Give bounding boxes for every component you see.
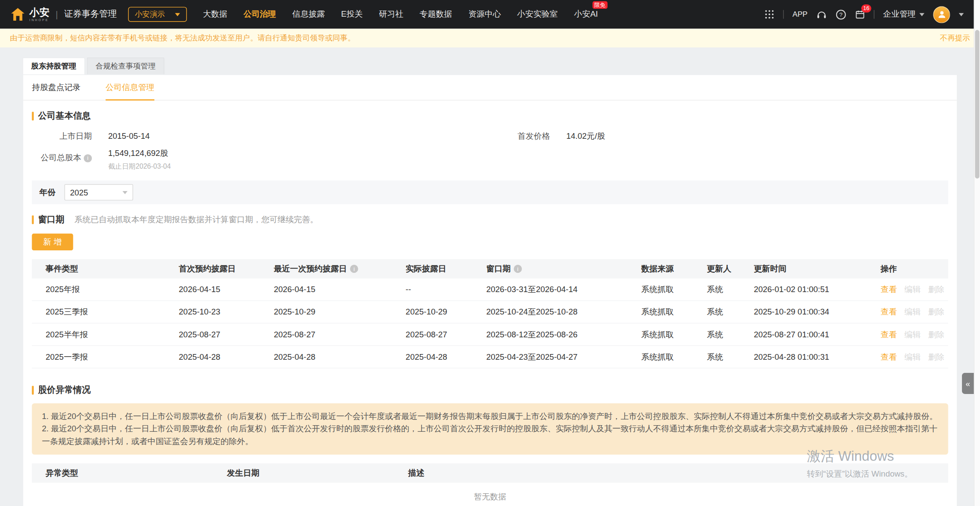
enterprise-management-menu[interactable]: 企业管理 — [883, 9, 925, 20]
column-header: 异常类型 — [46, 467, 227, 479]
env-selector-label: 小安演示 — [135, 9, 165, 20]
row-actions: 查看编辑删除 — [881, 284, 944, 295]
primary-tab[interactable]: 股东持股管理 — [22, 58, 85, 74]
env-selector[interactable]: 小安演示 — [128, 7, 187, 22]
row-action-disabled: 编辑 — [904, 329, 921, 340]
secondary-tab[interactable]: 持股盘点记录 — [32, 75, 81, 100]
row-action-disabled: 编辑 — [904, 351, 921, 363]
secondary-tab-bar: 持股盘点记录公司信息管理 — [23, 75, 957, 101]
table-cell: -- — [406, 285, 486, 294]
table-cell: 2025半年报 — [46, 329, 179, 340]
calendar-icon[interactable]: 16 — [855, 9, 865, 19]
window-period-table: 事件类型首次预约披露日最近一次预约披露日i实际披露日窗口期i数据来源更新人更新时… — [32, 259, 948, 369]
column-header: 数据来源 — [641, 263, 707, 275]
field-label-text: 公司总股本 — [40, 150, 81, 166]
row-action[interactable]: 查看 — [881, 284, 897, 295]
nav-item-label: 专题数据 — [419, 9, 452, 18]
section-price-abnormal: 股价异常情况 1. 最近20个交易日中，任一日上市公司股票收盘价（向后复权）低于… — [23, 369, 957, 506]
section-title-label: 股价异常情况 — [38, 385, 91, 396]
field-ipo-price: 首发价格 14.02元/股 — [490, 128, 948, 144]
regulation-callout: 1. 最近20个交易日中，任一日上市公司股票收盘价（向后复权）低于上市公司最近一… — [32, 403, 948, 455]
table-cell: 2025-10-29 01:00:34 — [754, 307, 881, 316]
window-period-description: 系统已自动抓取本年度定期报告数据并计算窗口期，您可继续完善。 — [74, 214, 318, 226]
table-cell: 2025-08-27 — [274, 330, 406, 339]
navbar-right: APP ? 16 企业管理 — [765, 6, 964, 23]
logo-divider: | — [56, 9, 58, 19]
chevron-down-icon — [123, 191, 128, 194]
enterprise-management-label: 企业管理 — [883, 9, 916, 20]
table-cell: 2025-04-28 — [406, 352, 486, 361]
nav-item[interactable]: 信息披露 — [292, 9, 325, 20]
section-title-label: 公司基本信息 — [38, 111, 91, 122]
nav-item[interactable]: E投关 — [341, 9, 363, 20]
column-header-label: 事件类型 — [46, 263, 78, 275]
headset-support-icon[interactable] — [816, 9, 827, 20]
add-button[interactable]: 新 增 — [32, 234, 73, 250]
info-icon[interactable]: i — [514, 265, 522, 273]
section-title-bar — [32, 112, 34, 120]
table-body: 2025年报2026-04-152026-04-15--2026-03-31至2… — [32, 278, 948, 369]
notice-dismiss-link[interactable]: 不再提示 — [940, 33, 970, 43]
column-header: 操作 — [881, 263, 942, 275]
regulation-note: 1. 最近20个交易日中，任一日上市公司股票收盘价（向后复权）低于上市公司最近一… — [42, 410, 938, 423]
table-cell: 2026-03-31至2026-04-14 — [486, 284, 641, 295]
column-header: 描述 — [408, 467, 942, 479]
nav-item[interactable]: 专题数据 — [419, 9, 452, 20]
nav-item[interactable]: 研习社 — [379, 9, 403, 20]
row-actions: 查看编辑删除 — [881, 351, 944, 363]
column-header: 更新人 — [707, 263, 754, 275]
content-card: 持股盘点记录公司信息管理 公司基本信息 上市日期 2015-05-14 首发价格… — [22, 74, 958, 506]
table-cell: 2025三季报 — [46, 306, 179, 318]
nav-divider — [874, 10, 874, 19]
collapse-panel-arrow[interactable]: « — [962, 373, 974, 394]
table-cell: 2025-08-27 01:00:41 — [754, 330, 881, 339]
info-icon[interactable]: i — [84, 154, 91, 162]
info-icon[interactable]: i — [350, 265, 358, 273]
svg-text:?: ? — [839, 11, 842, 18]
navbar-left: 小安 INHOPE | 证券事务管理 小安演示 大数据公司治理信息披露E投关研习… — [10, 7, 765, 22]
column-header-label: 数据来源 — [641, 263, 674, 275]
avatar[interactable] — [933, 6, 950, 23]
field-label: 公司总股本 i — [32, 145, 92, 170]
nav-item[interactable]: 公司治理 — [244, 9, 276, 20]
table-cell: 2025-08-27 — [179, 330, 274, 339]
row-action[interactable]: 查看 — [881, 306, 897, 318]
row-action[interactable]: 查看 — [881, 329, 897, 340]
scrollbar-thumb[interactable] — [975, 30, 980, 178]
chevron-down-icon — [175, 13, 180, 16]
column-header-label: 更新时间 — [754, 263, 786, 275]
app-window: 小安 INHOPE | 证券事务管理 小安演示 大数据公司治理信息披露E投关研习… — [0, 0, 980, 506]
field-label: 首发价格 — [490, 128, 550, 144]
row-action[interactable]: 查看 — [881, 351, 897, 363]
notification-count-badge: 16 — [861, 4, 871, 12]
main-content: 股东持股管理合规检查事项管理 持股盘点记录公司信息管理 公司基本信息 上市日期 … — [0, 58, 980, 506]
column-header-label: 实际披露日 — [406, 263, 446, 275]
apps-grid-icon[interactable] — [765, 9, 775, 19]
table-cell: 系统 — [707, 284, 754, 295]
table-cell: 系统抓取 — [641, 329, 707, 340]
chevron-down-icon[interactable] — [959, 13, 964, 16]
nav-item[interactable]: 大数据 — [203, 9, 227, 20]
column-header: 实际披露日 — [406, 263, 486, 275]
field-value: 14.02元/股 — [566, 128, 605, 144]
nav-item[interactable]: 小安AI限免 — [574, 9, 597, 20]
nav-item[interactable]: 小安实验室 — [517, 9, 557, 20]
xiaoan-logo[interactable]: 小安 INHOPE — [10, 7, 50, 22]
table-cell: 系统 — [707, 351, 754, 363]
window-period-title-row: 窗口期 系统已自动抓取本年度定期报告数据并计算窗口期，您可继续完善。 — [32, 214, 948, 226]
column-header-label: 窗口期 — [486, 263, 510, 275]
app-download-link[interactable]: APP — [793, 10, 808, 19]
nav-item-label: 小安AI — [574, 9, 597, 18]
logo-text: 小安 INHOPE — [29, 7, 49, 22]
nav-item[interactable]: 资源中心 — [468, 9, 501, 20]
year-select[interactable]: 2025 — [64, 184, 133, 200]
table-cell: 2025-08-27 — [406, 330, 486, 339]
scrollbar-track[interactable] — [974, 0, 980, 506]
secondary-tab[interactable]: 公司信息管理 — [106, 75, 154, 100]
table-cell: 系统 — [707, 329, 754, 340]
column-header: 事件类型 — [46, 263, 179, 275]
nav-item-label: 公司治理 — [244, 9, 276, 18]
help-question-icon[interactable]: ? — [836, 9, 846, 20]
primary-tab[interactable]: 合规检查事项管理 — [87, 58, 164, 74]
empty-state: 暂无数据 — [32, 483, 948, 506]
